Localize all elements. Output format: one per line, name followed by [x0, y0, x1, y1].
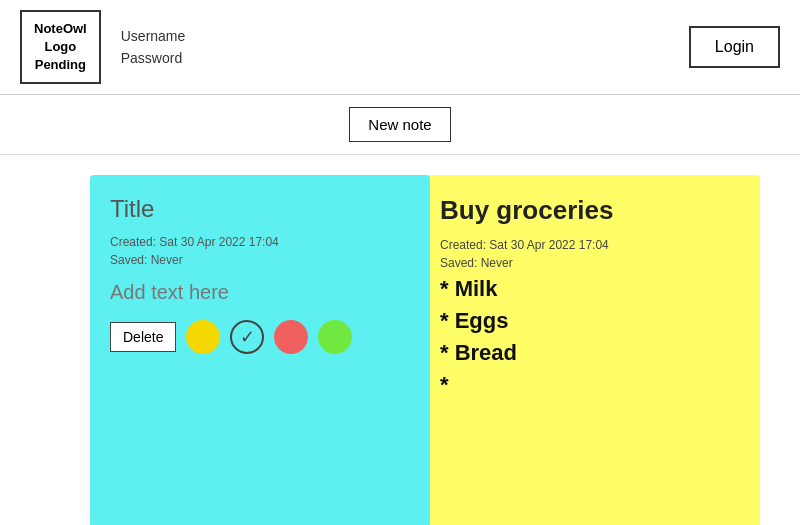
- toolbar: New note: [0, 95, 800, 155]
- note-body-cyan: Add text here: [110, 281, 410, 304]
- note-card-cyan: Title Created: Sat 30 Apr 2022 17:04 Sav…: [90, 175, 430, 525]
- color-red-icon[interactable]: [274, 320, 308, 354]
- note-item-0: * Milk: [440, 276, 740, 302]
- note-created-yellow: Created: Sat 30 Apr 2022 17:04: [440, 238, 740, 252]
- note-title-cyan: Title: [110, 195, 410, 223]
- note-created-cyan: Created: Sat 30 Apr 2022 17:04: [110, 235, 410, 249]
- logo-box: NoteOwl Logo Pending: [20, 10, 101, 85]
- note-item-3: *: [440, 372, 740, 398]
- color-check-icon[interactable]: ✓: [230, 320, 264, 354]
- note-item-2: * Bread: [440, 340, 740, 366]
- logo-line1: NoteOwl: [34, 21, 87, 36]
- delete-button-cyan[interactable]: Delete: [110, 322, 176, 352]
- note-title-yellow: Buy groceries: [440, 195, 740, 226]
- new-note-button[interactable]: New note: [349, 107, 450, 142]
- color-yellow-icon[interactable]: [186, 320, 220, 354]
- header: NoteOwl Logo Pending Username Password L…: [0, 0, 800, 95]
- note-actions-cyan: Delete ✓: [110, 320, 410, 354]
- color-green-icon[interactable]: [318, 320, 352, 354]
- logo-line3: Pending: [35, 57, 86, 72]
- password-label: Password: [121, 50, 186, 66]
- auth-fields: Username Password: [121, 28, 186, 66]
- note-saved-yellow: Saved: Never: [440, 256, 740, 270]
- notes-area: Title Created: Sat 30 Apr 2022 17:04 Sav…: [0, 155, 800, 525]
- note-item-1: * Eggs: [440, 308, 740, 334]
- note-saved-cyan: Saved: Never: [110, 253, 410, 267]
- note-card-yellow: Buy groceries Created: Sat 30 Apr 2022 1…: [420, 175, 760, 525]
- username-label: Username: [121, 28, 186, 44]
- logo-line2: Logo: [44, 39, 76, 54]
- login-button[interactable]: Login: [689, 26, 780, 68]
